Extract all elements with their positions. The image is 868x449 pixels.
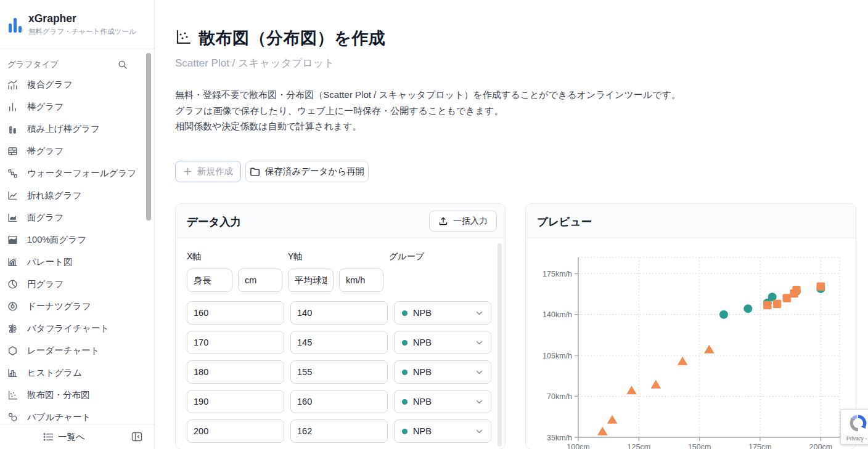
x-axis-name-input[interactable] (187, 269, 232, 292)
recaptcha-privacy-terms[interactable]: Privacy - Terms (846, 435, 868, 442)
group-color-dot (402, 340, 407, 346)
y-axis-label: Y軸 (288, 251, 302, 262)
line-chart-icon (7, 190, 18, 201)
group-select-label: NPB (413, 397, 475, 407)
x-value-input[interactable] (187, 301, 284, 325)
preview-title: プレビュー (537, 214, 592, 229)
x-value-input[interactable] (187, 390, 284, 413)
y-value-input[interactable] (290, 331, 388, 354)
pie-chart-icon (7, 279, 18, 289)
radar-chart-icon (7, 346, 18, 356)
scatter-plot-title-icon (175, 29, 192, 46)
sidebar-item-label: 折れ線グラフ (27, 190, 81, 201)
area-100-chart-icon (7, 235, 18, 245)
recaptcha-badge[interactable]: Privacy - Terms (840, 409, 868, 445)
y-value-input[interactable] (290, 390, 388, 413)
group-select[interactable]: NPB (394, 301, 491, 325)
sidebar-item-band-chart[interactable]: 帯グラフ (0, 140, 147, 162)
collapse-sidebar-icon[interactable] (131, 431, 142, 442)
page-title: 散布図（分布図）を作成 (199, 27, 385, 49)
app-title[interactable]: xGrapher (28, 12, 76, 25)
sidebar-item-butterfly-chart[interactable]: バタフライチャート (0, 317, 147, 339)
list-icon (43, 432, 54, 442)
preview-panel: プレビュー 100cm125cm150cm175cm200cm35km/h70k… (525, 203, 856, 449)
chevron-down-icon (475, 368, 483, 376)
y-value-input[interactable] (290, 360, 388, 384)
data-rows: NPB NPB NPB NPB (176, 301, 506, 449)
chevron-down-icon (475, 427, 483, 435)
bar-chart-icon (7, 102, 18, 112)
group-select-label: NPB (413, 308, 475, 318)
svg-text:125cm: 125cm (628, 443, 651, 449)
butterfly-chart-icon (7, 323, 18, 334)
sidebar-item-label: 100%面グラフ (27, 234, 86, 246)
sidebar-item-area-100-chart[interactable]: 100%面グラフ (0, 229, 147, 251)
sidebar-item-label: ヒストグラム (27, 367, 82, 379)
sidebar-item-histogram[interactable]: ヒストグラム (0, 362, 147, 384)
group-color-dot (402, 429, 407, 434)
sidebar-item-combo-chart[interactable]: 複合グラフ (0, 73, 147, 95)
data-row: NPB (176, 331, 506, 360)
data-row: NPB (176, 360, 506, 390)
sidebar-item-stacked-bar-chart[interactable]: 積み上げ棒グラフ (0, 118, 147, 140)
sidebar-menu: 複合グラフ棒グラフ積み上げ棒グラフ帯グラフウォーターフォールグラフ折れ線グラフ面… (0, 73, 147, 428)
app-subtitle: 無料グラフ・チャート作成ツール (28, 27, 136, 36)
y-axis-name-input[interactable] (288, 269, 334, 292)
search-icon[interactable] (118, 60, 128, 70)
sidebar-scrollbar[interactable] (146, 53, 151, 220)
graph-type-section-label: グラフタイプ (7, 59, 59, 70)
group-select-label: NPB (413, 338, 475, 347)
sidebar-item-waterfall-chart[interactable]: ウォーターフォールグラフ (0, 162, 147, 184)
svg-text:140km/h: 140km/h (542, 310, 572, 319)
sidebar-item-scatter-plot[interactable]: 散布図・分布図 (0, 384, 147, 406)
description-line: 無料・登録不要で散布図・分布図（Scatter Plot / スキャッタプロット… (175, 87, 681, 103)
data-row: NPB (176, 419, 506, 449)
go-to-list-button[interactable]: 一覧へ (43, 431, 85, 443)
sidebar-item-line-chart[interactable]: 折れ線グラフ (0, 184, 147, 206)
sidebar-item-label: ウォーターフォールグラフ (27, 168, 136, 179)
group-select[interactable]: NPB (394, 360, 491, 384)
sidebar-item-label: バブルチャート (27, 411, 91, 423)
resume-from-saved-button[interactable]: 保存済みデータから再開 (245, 161, 369, 182)
sidebar-item-donut-chart[interactable]: ドーナツグラフ (0, 295, 147, 317)
sidebar-item-label: 面グラフ (27, 212, 63, 224)
sidebar-item-pie-chart[interactable]: 円グラフ (0, 273, 147, 295)
donut-chart-icon (7, 301, 18, 312)
bulk-input-button[interactable]: 一括入力 (429, 211, 497, 232)
x-axis-unit-input[interactable] (238, 269, 282, 292)
group-select[interactable]: NPB (394, 390, 491, 413)
data-row: NPB (176, 390, 506, 419)
sidebar-item-bar-chart[interactable]: 棒グラフ (0, 95, 147, 118)
x-value-input[interactable] (187, 360, 284, 384)
sidebar-item-label: ドーナツグラフ (27, 301, 91, 312)
x-value-input[interactable] (187, 419, 284, 443)
page: xGrapher 無料グラフ・チャート作成ツール グラフタイプ 複合グラフ棒グラ… (0, 0, 868, 449)
group-select[interactable]: NPB (394, 331, 491, 354)
y-axis-unit-input[interactable] (339, 269, 383, 292)
y-value-input[interactable] (290, 301, 388, 325)
svg-text:70km/h: 70km/h (547, 392, 572, 401)
description-line: グラフは画像で保存したり、ウェブ上に一時保存・公開することもできます。 (175, 103, 681, 119)
sidebar-item-area-chart[interactable]: 面グラフ (0, 206, 147, 229)
folder-icon (250, 166, 260, 177)
new-creation-button[interactable]: 新規作成 (175, 161, 241, 182)
svg-text:35km/h: 35km/h (547, 434, 572, 442)
y-value-input[interactable] (290, 419, 388, 443)
pareto-chart-icon (7, 257, 18, 267)
x-axis-label: X軸 (187, 251, 201, 262)
data-input-panel: データ入力 一括入力 X軸 Y軸 グループ NPB (175, 203, 506, 449)
upload-icon (438, 216, 448, 226)
sidebar: xGrapher 無料グラフ・チャート作成ツール グラフタイプ 複合グラフ棒グラ… (0, 0, 155, 449)
chevron-down-icon (475, 398, 483, 406)
svg-text:105km/h: 105km/h (542, 352, 572, 360)
sidebar-item-radar-chart[interactable]: レーダーチャート (0, 339, 147, 362)
xgrapher-logo-icon (9, 17, 22, 33)
svg-text:100cm: 100cm (567, 443, 590, 449)
x-value-input[interactable] (187, 331, 284, 354)
data-panel-scrollbar[interactable] (497, 243, 502, 447)
chevron-down-icon (475, 309, 483, 317)
plus-icon (183, 167, 192, 176)
group-select[interactable]: NPB (394, 419, 491, 443)
sidebar-item-label: 円グラフ (27, 278, 63, 290)
sidebar-item-pareto-chart[interactable]: パレート図 (0, 251, 147, 273)
